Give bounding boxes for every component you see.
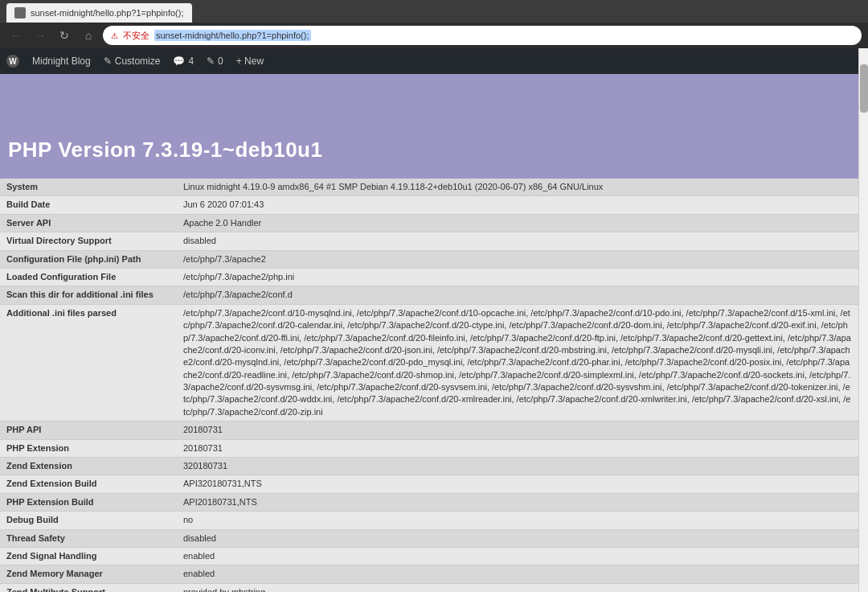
row-key: Additional .ini files parsed bbox=[0, 304, 177, 421]
reload-button[interactable]: ↻ bbox=[55, 26, 74, 45]
notes-count: 0 bbox=[218, 56, 223, 67]
row-key: Virtual Directory Support bbox=[0, 232, 177, 250]
row-key: Zend Extension bbox=[0, 458, 177, 475]
address-selected: sunset-midnight/hello.php?1=phpinfo(); bbox=[154, 30, 311, 41]
row-value: Apache 2.0 Handler bbox=[177, 214, 858, 232]
row-key: PHP Extension bbox=[0, 439, 177, 457]
address-bar[interactable]: ⚠ 不安全 sunset-midnight/hello.php?1=phpinf… bbox=[103, 26, 862, 45]
browser-tabs: sunset-midnight/hello.php?1=phpinfo(); bbox=[0, 0, 868, 23]
row-key: Configuration File (php.ini) Path bbox=[0, 250, 177, 268]
table-row: Server APIApache 2.0 Handler bbox=[0, 214, 858, 232]
row-key: System bbox=[0, 179, 177, 196]
new-item[interactable]: + New bbox=[236, 56, 264, 67]
row-value: enabled bbox=[177, 547, 858, 565]
row-value: /etc/php/7.3/apache2/php.ini bbox=[177, 268, 858, 286]
row-value: enabled bbox=[177, 565, 858, 583]
row-key: Build Date bbox=[0, 196, 177, 214]
security-label: 不安全 bbox=[123, 30, 149, 42]
new-label: + New bbox=[236, 56, 264, 67]
row-key: Server API bbox=[0, 214, 177, 232]
php-info-content: SystemLinux midnight 4.19.0-9 amdx86_64 … bbox=[0, 179, 868, 592]
row-key: PHP API bbox=[0, 421, 177, 439]
scrollbar-thumb[interactable] bbox=[860, 64, 868, 113]
table-row: Virtual Directory Supportdisabled bbox=[0, 232, 858, 250]
comments-count: 4 bbox=[188, 56, 194, 67]
site-name-label: Midnight Blog bbox=[32, 56, 91, 67]
row-value: /etc/php/7.3/apache2/conf.d bbox=[177, 286, 858, 304]
wp-logo-item[interactable]: W bbox=[6, 55, 19, 68]
scrollbar[interactable] bbox=[858, 48, 868, 592]
tab-favicon bbox=[14, 7, 26, 18]
row-value: API20180731,NTS bbox=[177, 493, 858, 511]
comments-item[interactable]: 💬 4 bbox=[173, 56, 194, 67]
customize-label: Customize bbox=[115, 56, 161, 67]
site-name-item[interactable]: Midnight Blog bbox=[32, 56, 91, 67]
browser-chrome: sunset-midnight/hello.php?1=phpinfo(); ←… bbox=[0, 0, 868, 48]
wp-admin-bar: W Midnight Blog ✎ Customize 💬 4 ✎ 0 + Ne… bbox=[0, 48, 868, 74]
table-row: PHP API20180731 bbox=[0, 421, 858, 439]
forward-button[interactable]: → bbox=[31, 26, 50, 45]
row-value: provided by mbstring bbox=[177, 583, 858, 592]
row-key: Thread Safety bbox=[0, 529, 177, 547]
row-value: Linux midnight 4.19.0-9 amdx86_64 #1 SMP… bbox=[177, 179, 858, 196]
row-key: Zend Extension Build bbox=[0, 475, 177, 493]
row-key: PHP Extension Build bbox=[0, 493, 177, 511]
row-value: /etc/php/7.3/apache2 bbox=[177, 250, 858, 268]
row-value: Jun 6 2020 07:01:43 bbox=[177, 196, 858, 214]
security-icon: ⚠ bbox=[111, 31, 118, 40]
notes-item[interactable]: ✎ 0 bbox=[207, 56, 223, 67]
table-row: Zend Multibyte Supportprovided by mbstri… bbox=[0, 583, 858, 592]
active-tab[interactable]: sunset-midnight/hello.php?1=phpinfo(); bbox=[6, 3, 192, 23]
php-header: PHP Version 7.3.19-1~deb10u1 bbox=[0, 74, 868, 179]
table-row: SystemLinux midnight 4.19.0-9 amdx86_64 … bbox=[0, 179, 858, 196]
table-row: Configuration File (php.ini) Path/etc/ph… bbox=[0, 250, 858, 268]
notes-icon: ✎ bbox=[207, 56, 215, 67]
browser-toolbar: ← → ↻ ⌂ ⚠ 不安全 sunset-midnight/hello.php?… bbox=[0, 23, 868, 48]
row-value: 20180731 bbox=[177, 421, 858, 439]
table-row: Scan this dir for additional .ini files/… bbox=[0, 286, 858, 304]
row-value: API320180731,NTS bbox=[177, 475, 858, 493]
customize-icon: ✎ bbox=[104, 56, 112, 67]
table-row: Zend Memory Managerenabled bbox=[0, 565, 858, 583]
row-value: disabled bbox=[177, 529, 858, 547]
back-button[interactable]: ← bbox=[6, 26, 26, 45]
table-row: Zend Signal Handlingenabled bbox=[0, 547, 858, 565]
wp-logo-icon: W bbox=[6, 55, 19, 68]
table-row: Zend Extension BuildAPI320180731,NTS bbox=[0, 475, 858, 493]
php-info-table: SystemLinux midnight 4.19.0-9 amdx86_64 … bbox=[0, 179, 858, 592]
row-value: /etc/php/7.3/apache2/conf.d/10-mysqlnd.i… bbox=[177, 304, 858, 421]
customize-item[interactable]: ✎ Customize bbox=[104, 56, 161, 67]
row-value: no bbox=[177, 512, 858, 529]
table-row: Loaded Configuration File/etc/php/7.3/ap… bbox=[0, 268, 858, 286]
tab-label: sunset-midnight/hello.php?1=phpinfo(); bbox=[31, 8, 184, 18]
row-value: 320180731 bbox=[177, 458, 858, 475]
php-version-title: PHP Version 7.3.19-1~deb10u1 bbox=[8, 138, 322, 162]
row-key: Zend Multibyte Support bbox=[0, 583, 177, 592]
row-key: Zend Signal Handling bbox=[0, 547, 177, 565]
table-row: Additional .ini files parsed/etc/php/7.3… bbox=[0, 304, 858, 421]
table-row: Debug Buildno bbox=[0, 512, 858, 529]
row-key: Loaded Configuration File bbox=[0, 268, 177, 286]
table-row: PHP Extension BuildAPI20180731,NTS bbox=[0, 493, 858, 511]
table-row: Zend Extension320180731 bbox=[0, 458, 858, 475]
table-row: PHP Extension20180731 bbox=[0, 439, 858, 457]
row-value: 20180731 bbox=[177, 439, 858, 457]
row-value: disabled bbox=[177, 232, 858, 250]
row-key: Zend Memory Manager bbox=[0, 565, 177, 583]
table-row: Build DateJun 6 2020 07:01:43 bbox=[0, 196, 858, 214]
row-key: Scan this dir for additional .ini files bbox=[0, 286, 177, 304]
comments-icon: 💬 bbox=[173, 56, 185, 67]
table-row: Thread Safetydisabled bbox=[0, 529, 858, 547]
row-key: Debug Build bbox=[0, 512, 177, 529]
home-button[interactable]: ⌂ bbox=[79, 26, 98, 45]
